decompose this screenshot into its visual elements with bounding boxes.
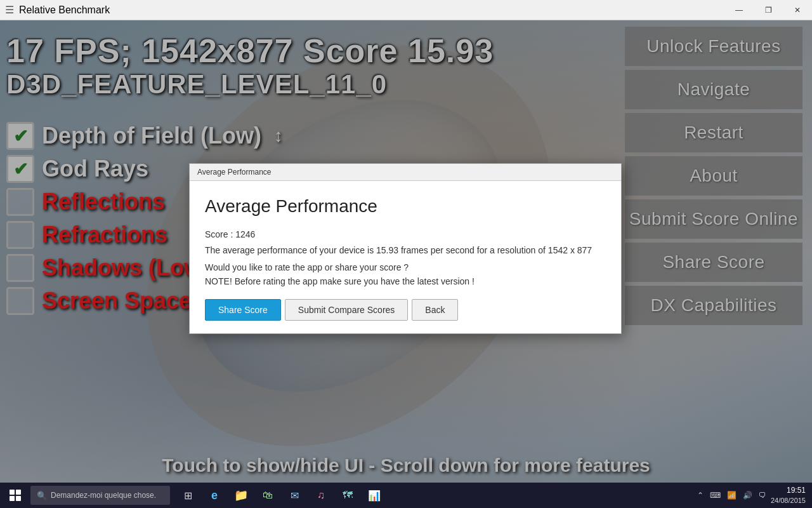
maximize-button[interactable]: ❐ <box>754 0 783 20</box>
app-title: Relative Benchmark <box>19 4 110 16</box>
dialog-title-bar: Average Performance <box>190 164 621 181</box>
volume-icon[interactable]: 🔊 <box>741 491 754 500</box>
dialog-title-bar-text: Average Performance <box>197 168 272 177</box>
maps-icon: 🗺 <box>343 490 353 501</box>
submit-compare-scores-button[interactable]: Submit Compare Scores <box>285 299 409 321</box>
file-explorer-app[interactable]: 📁 <box>228 483 254 508</box>
title-bar: ☰ Relative Benchmark — ❐ ✕ <box>0 0 812 20</box>
maps-app[interactable]: 🗺 <box>335 483 360 508</box>
system-clock[interactable]: 19:51 24/08/2015 <box>771 486 806 505</box>
hamburger-icon: ☰ <box>5 4 14 16</box>
music-icon: ♫ <box>317 490 325 501</box>
close-button[interactable]: ✕ <box>783 0 812 20</box>
extra-app[interactable]: 📊 <box>362 483 387 508</box>
mail-icon: ✉ <box>291 490 299 502</box>
mail-app[interactable]: ✉ <box>282 483 307 508</box>
minimize-button[interactable]: — <box>724 0 754 20</box>
dialog-rate-question: Would you like to rate the app or share … <box>205 262 606 272</box>
clock-date: 24/08/2015 <box>771 496 806 505</box>
dialog-overlay: Average Performance Average Performance … <box>0 20 812 483</box>
keyboard-icon[interactable]: ⌨ <box>708 491 723 500</box>
search-placeholder-text: Demandez-moi quelque chose. <box>51 491 156 500</box>
notification-icon[interactable]: 🗨 <box>757 491 768 500</box>
taskbar-pinned-apps: ⊞ e 📁 🛍 ✉ ♫ 🗺 📊 <box>175 483 387 508</box>
main-content: 17 FPS; 1542x877 Score 15.93 D3D_FEATURE… <box>0 20 812 483</box>
taskbar: 🔍 Demandez-moi quelque chose. ⊞ e 📁 🛍 ✉ … <box>0 483 812 508</box>
windows-icon <box>10 490 21 501</box>
dialog-body: Average Performance Score : 1246 The ave… <box>190 181 621 333</box>
share-score-dialog-button[interactable]: Share Score <box>205 299 281 321</box>
store-app[interactable]: 🛍 <box>255 483 280 508</box>
edge-app[interactable]: e <box>202 483 227 508</box>
chevron-up-icon[interactable]: ⌃ <box>695 491 705 500</box>
back-button[interactable]: Back <box>412 299 458 321</box>
dialog-performance-text: The average performance of your device i… <box>205 244 606 257</box>
dialog-heading: Average Performance <box>205 196 606 217</box>
music-app[interactable]: ♫ <box>308 483 334 508</box>
network-icon[interactable]: 📶 <box>725 491 738 500</box>
start-button[interactable] <box>0 483 30 508</box>
titlebar-left: ☰ Relative Benchmark <box>0 4 110 16</box>
clock-time: 19:51 <box>771 486 806 496</box>
dialog-score: Score : 1246 <box>205 229 606 239</box>
task-view-button[interactable]: ⊞ <box>175 483 200 508</box>
average-performance-dialog: Average Performance Average Performance … <box>189 163 622 334</box>
system-tray: ⌃ ⌨ 📶 🔊 🗨 19:51 24/08/2015 <box>695 486 812 505</box>
taskbar-search[interactable]: 🔍 Demandez-moi quelque chose. <box>30 486 170 505</box>
store-icon: 🛍 <box>263 490 273 501</box>
titlebar-controls: — ❐ ✕ <box>724 0 812 20</box>
folder-icon: 📁 <box>234 488 248 502</box>
task-view-icon: ⊞ <box>184 490 192 502</box>
edge-icon: e <box>211 489 218 502</box>
dialog-note: NOTE! Before rating the app make sure yo… <box>205 276 606 286</box>
dialog-button-row: Share Score Submit Compare Scores Back <box>205 299 606 321</box>
extra-app-icon: 📊 <box>368 490 381 502</box>
